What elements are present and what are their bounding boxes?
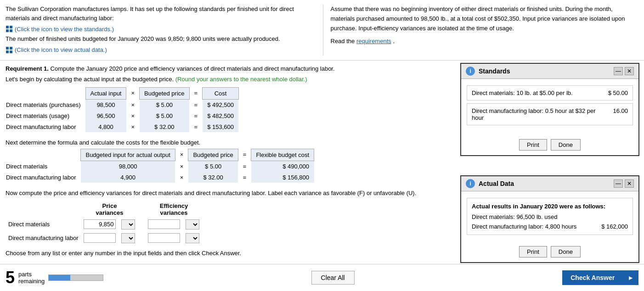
col-cost: Cost: [203, 87, 239, 99]
col-efficiency-variances: Efficiencyvariances: [145, 201, 202, 218]
actual-data-link[interactable]: (Click the icon to view actual data.): [6, 46, 314, 54]
standards-link[interactable]: (Click the icon to view the standards.): [6, 25, 314, 33]
col-actual-input: Actual input: [85, 87, 126, 99]
svg-rect-4: [6, 47, 9, 50]
right-panel: i Standards — ✕ Direct materials: 10 lb.…: [451, 61, 644, 264]
col-budgeted-price: Budgeted price: [140, 87, 189, 99]
standards-popup-footer: Print Done: [461, 134, 638, 155]
standards-popup-header: i Standards — ✕: [461, 64, 638, 79]
actual-data-popup: i Actual Data — ✕ Actual results in Janu…: [460, 175, 639, 263]
dml-price-variance-select[interactable]: F U: [121, 233, 135, 243]
top-right-panel: Assume that there was no beginning inven…: [323, 5, 639, 56]
actual-input-table: Actual input × Budgeted price = Cost Dir…: [6, 87, 239, 133]
bottom-bar: 5 parts remaining Clear All Check Answer…: [0, 264, 644, 291]
dml-price-variance-input[interactable]: [84, 233, 116, 243]
info-icon2: i: [466, 179, 475, 188]
dml-eff-variance-input[interactable]: [148, 233, 180, 243]
top-right-para2: Read the requirements .: [331, 37, 639, 46]
actual-data-popup-body: Actual results in January 2020 were as f…: [461, 191, 638, 241]
top-para1: The Sullivan Corporation manufactures la…: [6, 5, 314, 22]
dm-eff-variance-select[interactable]: F U: [186, 219, 199, 229]
dm-eff-variance-input[interactable]: [148, 219, 180, 229]
table-row: Direct materials (usage) 96,500 × $ 5.00…: [6, 110, 239, 121]
requirements-link[interactable]: requirements: [356, 38, 391, 45]
top-right-para1: Assume that there was no beginning inven…: [331, 5, 639, 33]
parts-info: 5 parts remaining: [6, 268, 103, 287]
standards-popup-title: Standards: [479, 67, 510, 75]
progress-bar-fill: [49, 275, 70, 280]
standards-row-1: Direct materials: 10 lb. at $5.00 per lb…: [467, 85, 633, 101]
col-budgeted-input: Budgeted input for actual output: [81, 149, 175, 161]
standards-row-2: Direct manufacturing labor: 0.5 hour at …: [467, 103, 633, 125]
svg-rect-2: [6, 29, 9, 32]
col-price-variances: Pricevariances: [81, 201, 138, 218]
col-flexible-cost: Flexible budget cost: [251, 149, 314, 161]
standards-done-button[interactable]: Done: [551, 139, 581, 151]
dm-price-variance-input[interactable]: [84, 219, 116, 229]
top-left-panel: The Sullivan Corporation manufactures la…: [6, 5, 314, 56]
footer-hint: Choose from any list or enter any number…: [6, 250, 446, 257]
flexible-budget-table: Budgeted input for actual output × Budge…: [6, 149, 314, 183]
grid-icon: [6, 25, 13, 33]
progress-bar: [48, 274, 103, 281]
standards-popup-body: Direct materials: 10 lb. at $5.00 per lb…: [461, 79, 638, 134]
svg-rect-5: [10, 47, 12, 50]
actual-data-popup-title: Actual Data: [479, 180, 514, 187]
req-title: Requirement 1. Compute the January 2020 …: [6, 65, 446, 72]
svg-rect-6: [6, 50, 9, 53]
svg-rect-1: [10, 26, 12, 28]
dm-price-variance-select[interactable]: F U: [121, 219, 135, 229]
table-row: Direct materials 98,000 × $ 5.00 = $ 490…: [6, 161, 314, 172]
left-panel: Requirement 1. Compute the January 2020 …: [0, 61, 451, 264]
close-button[interactable]: ✕: [625, 67, 634, 75]
actual-data-content: Actual results in January 2020 were as f…: [467, 198, 633, 235]
svg-rect-3: [10, 29, 12, 32]
flexible-subtitle: Next determine the formula and calculate…: [6, 139, 446, 146]
grid-icon2: [6, 46, 13, 54]
svg-rect-0: [6, 26, 9, 28]
table-row: Direct manufacturing labor 4,900 × $ 32.…: [6, 172, 314, 183]
info-icon: i: [466, 67, 475, 76]
variance-row-dml: Direct manufacturing labor F U: [6, 231, 202, 245]
dml-eff-variance-select[interactable]: F U: [186, 233, 199, 243]
parts-number: 5: [6, 268, 15, 287]
variance-notice: Now compute the price and efficiency var…: [6, 190, 446, 196]
actual-minimize-button[interactable]: —: [614, 179, 623, 188]
standards-popup: i Standards — ✕ Direct materials: 10 lb.…: [460, 63, 639, 156]
svg-rect-7: [10, 50, 12, 53]
standards-print-button[interactable]: Print: [519, 139, 547, 151]
actual-print-button[interactable]: Print: [519, 246, 547, 257]
col-budgeted-price2: Budgeted price: [188, 149, 238, 161]
actual-data-popup-header: i Actual Data — ✕: [461, 176, 638, 191]
variance-table: Pricevariances Efficiencyvariances Direc…: [6, 201, 202, 245]
check-answer-button[interactable]: Check Answer: [562, 270, 623, 285]
req-subtitle: Let's begin by calculating the actual in…: [6, 76, 446, 83]
actual-data-popup-footer: Print Done: [461, 241, 638, 262]
next-arrow-button[interactable]: ►: [623, 270, 638, 285]
variance-row-dm: Direct materials F U: [6, 218, 202, 231]
top-para2: The number of finished units budgeted fo…: [6, 34, 314, 44]
parts-label-group: parts remaining: [18, 271, 45, 285]
table-row: Direct materials (purchases) 98,500 × $ …: [6, 99, 239, 110]
clear-all-button[interactable]: Clear All: [311, 271, 355, 285]
minimize-button[interactable]: —: [614, 67, 623, 75]
actual-close-button[interactable]: ✕: [625, 179, 634, 188]
table-row: Direct manufacturing labor 4,800 × $ 32.…: [6, 121, 239, 132]
actual-done-button[interactable]: Done: [551, 246, 581, 257]
